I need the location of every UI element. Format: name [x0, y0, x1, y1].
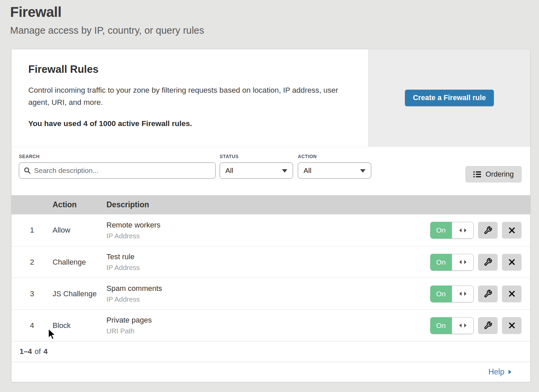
status-filter-group: STATUS All: [220, 154, 293, 179]
rule-description-cell: Private pages URI Path: [106, 316, 430, 335]
toggle-on-label: On: [430, 317, 452, 334]
rule-description-cell: Spam comments IP Address: [106, 284, 430, 303]
rule-description: Test rule: [106, 252, 430, 261]
create-rule-panel: Create a Firewall rule: [368, 49, 530, 147]
drag-arrows-icon: [459, 228, 467, 233]
wrench-icon: [484, 226, 492, 235]
rule-controls: On: [430, 222, 530, 239]
status-select[interactable]: All: [220, 162, 293, 179]
help-link[interactable]: Help: [488, 367, 512, 376]
rule-priority: 1: [11, 226, 53, 235]
search-box: [19, 162, 216, 179]
toggle-handle[interactable]: [452, 254, 474, 271]
close-icon: [508, 227, 516, 234]
edit-rule-button[interactable]: [478, 254, 498, 271]
table-row: 3 JS Challenge Spam comments IP Address …: [11, 278, 530, 309]
section-description: Control incoming traffic to your zone by…: [28, 84, 348, 109]
delete-rule-button[interactable]: [502, 222, 521, 239]
toggle-handle[interactable]: [452, 222, 474, 239]
table-row: 4 Block Private pages URI Path On: [11, 309, 530, 341]
drag-arrows-icon: [459, 292, 467, 296]
rule-action: Challenge: [53, 258, 106, 267]
rule-match-type: IP Address: [106, 295, 430, 303]
toggle-on-label: On: [430, 285, 452, 302]
chevron-down-icon: [282, 169, 287, 173]
edit-rule-button[interactable]: [478, 222, 498, 239]
chevron-down-icon: [360, 169, 366, 173]
action-column-header: Action: [53, 200, 106, 209]
section-heading: Firewall Rules: [28, 63, 351, 76]
rule-enabled-toggle[interactable]: On: [430, 222, 474, 239]
rule-description: Spam comments: [106, 284, 430, 293]
toggle-on-label: On: [430, 254, 452, 271]
close-icon: [508, 290, 516, 298]
close-icon: [508, 258, 516, 266]
rule-description: Private pages: [106, 316, 430, 325]
rule-match-type: IP Address: [106, 264, 430, 272]
edit-rule-button[interactable]: [478, 285, 498, 302]
rule-action: Block: [53, 321, 106, 330]
overview-text: Firewall Rules Control incoming traffic …: [11, 49, 368, 147]
action-filter-group: ACTION All: [298, 154, 371, 179]
delete-rule-button[interactable]: [502, 317, 521, 334]
table-row: 2 Challenge Test rule IP Address On: [11, 246, 530, 278]
rule-controls: On: [430, 254, 530, 271]
edit-rule-button[interactable]: [478, 317, 498, 334]
drag-arrows-icon: [459, 260, 467, 264]
wrench-icon: [484, 258, 492, 266]
usage-summary: You have used 4 of 1000 active Firewall …: [28, 119, 351, 128]
page-subtitle: Manage access by IP, country, or query r…: [10, 25, 539, 36]
rule-enabled-toggle[interactable]: On: [430, 285, 474, 302]
chevron-right-icon: [508, 369, 512, 374]
help-row: Help: [11, 362, 530, 382]
rule-match-type: URI Path: [106, 327, 430, 335]
rule-action: Allow: [53, 226, 106, 235]
search-label: SEARCH: [19, 154, 216, 159]
page-title: Firewall: [10, 4, 539, 20]
rule-enabled-toggle[interactable]: On: [430, 317, 474, 334]
rule-action: JS Challenge: [53, 290, 106, 298]
rule-description-cell: Test rule IP Address: [106, 252, 430, 272]
overview-section: Firewall Rules Control incoming traffic …: [11, 49, 530, 147]
page-header: Firewall Manage access by IP, country, o…: [0, 0, 539, 36]
search-filter-group: SEARCH: [19, 154, 216, 179]
toggle-handle[interactable]: [452, 285, 474, 302]
pagination: 1–4 of 4: [11, 341, 530, 362]
create-firewall-rule-button[interactable]: Create a Firewall rule: [405, 90, 494, 106]
search-input[interactable]: [34, 167, 211, 175]
table-header: Action Description: [11, 195, 530, 214]
status-select-value: All: [225, 167, 233, 175]
rule-priority: 2: [11, 258, 53, 267]
filters-bar: SEARCH STATUS All ACTION All: [11, 147, 530, 195]
pagination-of: of: [35, 347, 41, 356]
table-row: 1 Allow Remote workers IP Address On: [11, 214, 530, 246]
description-column-header: Description: [106, 200, 430, 209]
help-link-label: Help: [488, 367, 504, 376]
action-select[interactable]: All: [298, 162, 371, 179]
rule-enabled-toggle[interactable]: On: [430, 254, 474, 271]
pagination-total: 4: [43, 347, 47, 356]
rule-match-type: IP Address: [106, 232, 430, 240]
rule-priority: 3: [11, 290, 53, 298]
delete-rule-button[interactable]: [502, 254, 521, 271]
toggle-on-label: On: [430, 222, 452, 239]
rule-controls: On: [430, 285, 530, 302]
action-label: ACTION: [298, 154, 371, 159]
action-select-value: All: [304, 167, 311, 175]
rule-controls: On: [430, 317, 530, 334]
close-icon: [508, 322, 516, 329]
wrench-icon: [484, 290, 492, 298]
ordering-button-label: Ordering: [485, 170, 514, 179]
search-icon: [24, 167, 31, 174]
ordered-list-icon: [473, 171, 481, 178]
firewall-rules-card: Firewall Rules Control incoming traffic …: [11, 49, 531, 382]
drag-arrows-icon: [459, 323, 467, 328]
pagination-range: 1–4: [20, 347, 32, 356]
status-label: STATUS: [220, 154, 293, 159]
rule-description-cell: Remote workers IP Address: [106, 221, 430, 240]
rules-table-body: 1 Allow Remote workers IP Address On: [11, 214, 530, 341]
toggle-handle[interactable]: [452, 317, 474, 334]
ordering-button[interactable]: Ordering: [466, 166, 521, 182]
delete-rule-button[interactable]: [502, 285, 521, 302]
rule-description: Remote workers: [106, 221, 430, 230]
